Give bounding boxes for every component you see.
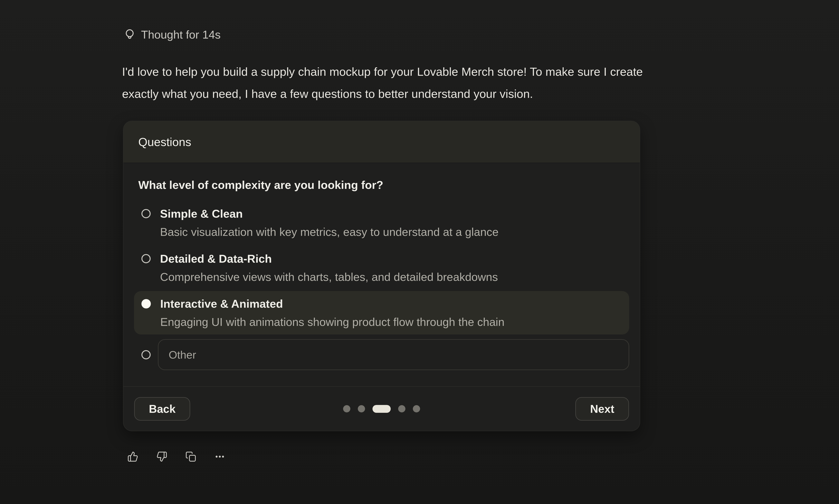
message-actions <box>127 451 225 462</box>
option-other[interactable] <box>134 339 629 370</box>
copy-icon <box>185 451 196 462</box>
radio-selected-icon[interactable] <box>141 299 151 308</box>
pagination-dot <box>413 405 420 412</box>
option-title: Simple & Clean <box>160 204 499 223</box>
lightbulb-icon <box>123 29 136 41</box>
thumbs-up-button[interactable] <box>127 451 138 462</box>
radio-unselected-icon[interactable] <box>141 209 151 218</box>
option-interactive-animated[interactable]: Interactive & Animated Engaging UI with … <box>134 291 629 335</box>
pagination-dot <box>343 405 350 412</box>
other-option-input[interactable] <box>158 339 629 370</box>
card-footer: Back Next <box>123 386 640 431</box>
thumbs-up-icon <box>127 451 138 462</box>
assistant-message-line: exactly what you need, I have a few ques… <box>122 83 643 105</box>
more-options-button[interactable] <box>214 451 225 462</box>
thought-label: Thought for 14s <box>141 28 221 41</box>
more-options-icon <box>214 451 225 462</box>
card-title: Questions <box>138 135 191 149</box>
pagination-dot-active <box>372 405 391 413</box>
assistant-message-line: I'd love to help you build a supply chai… <box>122 61 643 83</box>
questions-card: Questions What level of complexity are y… <box>123 121 640 431</box>
option-title: Detailed & Data-Rich <box>160 250 498 268</box>
assistant-message: I'd love to help you build a supply chai… <box>122 61 643 105</box>
next-button[interactable]: Next <box>575 397 629 420</box>
pagination-dot <box>358 405 365 412</box>
option-description: Comprehensive views with charts, tables,… <box>160 268 498 286</box>
thumbs-down-icon <box>156 451 167 462</box>
copy-button[interactable] <box>185 451 196 462</box>
question-text: What level of complexity are you looking… <box>138 178 625 192</box>
pagination-dots <box>343 405 420 413</box>
card-body: What level of complexity are you looking… <box>123 163 640 386</box>
option-title: Interactive & Animated <box>160 294 504 313</box>
option-description: Basic visualization with key metrics, ea… <box>160 223 499 241</box>
back-button[interactable]: Back <box>134 397 190 420</box>
option-simple-clean[interactable]: Simple & Clean Basic visualization with … <box>134 201 629 245</box>
card-header: Questions <box>123 121 640 163</box>
option-description: Engaging UI with animations showing prod… <box>160 313 504 331</box>
radio-unselected-icon[interactable] <box>141 350 151 359</box>
pagination-dot <box>398 405 405 412</box>
thought-summary-toggle[interactable]: Thought for 14s <box>123 28 221 41</box>
thumbs-down-button[interactable] <box>156 451 167 462</box>
option-detailed-data-rich[interactable]: Detailed & Data-Rich Comprehensive views… <box>134 246 629 289</box>
radio-unselected-icon[interactable] <box>141 254 151 263</box>
